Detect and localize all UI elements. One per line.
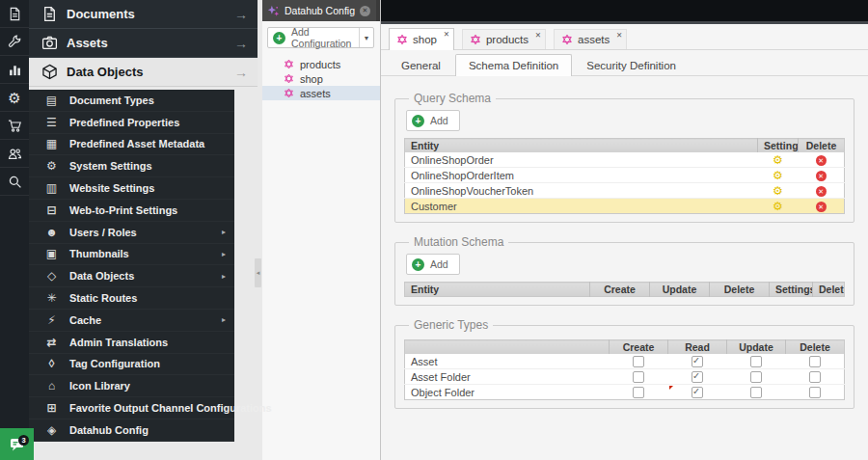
- create-checkbox[interactable]: [633, 356, 644, 367]
- menu-item-icon: ⚙: [44, 159, 59, 173]
- menu-item-admin-translations[interactable]: ⇄ Admin Translations: [29, 332, 234, 354]
- sidebar-settings-submenu: ▤ Document Types ☰ Predefined Properties…: [29, 90, 234, 442]
- column-header-settings[interactable]: Settings: [770, 283, 813, 297]
- menu-item-document-types[interactable]: ▤ Document Types: [29, 90, 234, 112]
- menu-item-website-settings[interactable]: ▥ Website Settings: [29, 177, 234, 200]
- create-checkbox[interactable]: [633, 387, 644, 398]
- menu-item-system-settings[interactable]: ⚙ System Settings: [29, 155, 234, 177]
- sidebar-item-assets[interactable]: Assets →: [29, 29, 258, 58]
- tab-shop[interactable]: shop ✕: [389, 28, 454, 50]
- delete-icon[interactable]: ✕: [816, 186, 827, 197]
- column-header-delete[interactable]: Delete: [799, 139, 845, 153]
- column-header-update[interactable]: Update: [650, 283, 710, 297]
- close-icon[interactable]: ✕: [616, 31, 622, 40]
- cart-icon[interactable]: [0, 112, 29, 140]
- users-icon[interactable]: [0, 140, 29, 168]
- delete-icon[interactable]: ✕: [816, 202, 827, 212]
- chevron-right-icon: ▸: [222, 250, 226, 258]
- dirty-flag: [669, 386, 673, 390]
- sidebar-item-label: Documents: [67, 7, 135, 21]
- menu-item-label: Tag Configuration: [69, 358, 160, 369]
- settings-gear-icon[interactable]: ⚙: [773, 153, 783, 167]
- menu-item-static-routes[interactable]: ✳ Static Routes: [29, 287, 234, 310]
- settings-gear-icon[interactable]: ⚙: [773, 169, 783, 182]
- menu-item-users-roles[interactable]: ☻ Users / Roles ▸: [29, 222, 234, 244]
- menu-item-predefined-asset-metadata[interactable]: ▦ Predefined Asset Metadata: [29, 134, 234, 156]
- menu-item-icon: ◈: [44, 423, 59, 437]
- column-header-create[interactable]: Create: [610, 340, 668, 355]
- column-header-create[interactable]: Create: [590, 283, 650, 297]
- menu-item-icon-library[interactable]: ⌂ Icon Library: [29, 375, 234, 397]
- sidebar-item-data-objects[interactable]: Data Objects →: [29, 58, 258, 87]
- panel-collapse-handle[interactable]: ◂: [255, 258, 261, 287]
- delete-icon[interactable]: ✕: [816, 171, 827, 181]
- column-header-delete[interactable]: Delete: [813, 283, 845, 297]
- tab-assets[interactable]: assets ✕: [554, 29, 627, 49]
- menu-item-web-to-print-settings[interactable]: ⊟ Web-to-Print Settings: [29, 200, 234, 222]
- settings-gear-icon[interactable]: ⚙: [773, 200, 783, 213]
- chart-icon[interactable]: [0, 56, 29, 84]
- table-row[interactable]: OnlineShopOrderItem ⚙ ✕: [405, 168, 845, 183]
- subtab-schema-definition[interactable]: Schema Definition: [455, 54, 572, 76]
- menu-item-data-objects[interactable]: ◇ Data Objects ▸: [29, 265, 234, 287]
- tree-item-shop[interactable]: shop: [262, 71, 380, 86]
- tree-item-products[interactable]: products: [262, 57, 380, 71]
- column-header-delete[interactable]: Delete: [710, 283, 770, 297]
- menu-item-predefined-properties[interactable]: ☰ Predefined Properties: [29, 112, 234, 134]
- update-checkbox[interactable]: [750, 387, 762, 398]
- menu-item-favorite-output-channel-configurations[interactable]: ⊞ Favorite Output Channel Configurations: [29, 397, 234, 419]
- gear-icon[interactable]: ⚙: [0, 84, 29, 112]
- wrench-icon[interactable]: [0, 28, 29, 56]
- chevron-down-icon[interactable]: ▼: [359, 28, 373, 47]
- subtab-general[interactable]: General: [389, 56, 453, 75]
- tab-products[interactable]: products ✕: [462, 29, 546, 49]
- menu-item-cache[interactable]: ⚡ Cache ▸: [29, 310, 234, 332]
- tab-datahub-config[interactable]: Datahub Config ✕: [262, 0, 376, 21]
- read-checkbox[interactable]: [692, 356, 703, 367]
- menu-item-tag-configuration[interactable]: ◊ Tag Configuration: [29, 354, 234, 376]
- datahub-panel: Datahub Config ✕ + Add Configuration ▼ p…: [262, 0, 381, 460]
- table-row[interactable]: Asset Folder: [405, 369, 845, 385]
- column-header-delete[interactable]: Delete: [786, 340, 845, 355]
- column-header-update[interactable]: Update: [727, 340, 786, 355]
- column-header-settings[interactable]: Settings: [758, 139, 799, 153]
- table-row[interactable]: Asset: [405, 354, 845, 369]
- main-edit-area: shop ✕ products ✕ assets ✕ General Schem…: [381, 0, 868, 460]
- table-row[interactable]: Customer ⚙ ✕: [405, 199, 845, 214]
- column-header-entity[interactable]: Entity: [405, 139, 758, 153]
- table-row[interactable]: OnlineShopOrder ⚙ ✕: [405, 152, 845, 168]
- menu-item-thumbnails[interactable]: ▣ Thumbnails ▸: [29, 244, 234, 266]
- column-header-entity[interactable]: Entity: [405, 283, 590, 297]
- delete-icon[interactable]: ✕: [816, 155, 827, 166]
- plus-icon: +: [273, 32, 285, 44]
- table-row[interactable]: Object Folder: [405, 385, 845, 400]
- update-checkbox[interactable]: [750, 371, 762, 383]
- add-configuration-button[interactable]: + Add Configuration ▼: [267, 27, 374, 48]
- delete-checkbox[interactable]: [809, 356, 821, 367]
- definition-subtabbar: General Schema Definition Security Defin…: [381, 50, 868, 76]
- create-checkbox[interactable]: [633, 371, 644, 383]
- document-icon[interactable]: [0, 0, 29, 28]
- close-icon[interactable]: ✕: [444, 30, 449, 39]
- menu-item-label: Cache: [69, 314, 101, 326]
- delete-checkbox[interactable]: [809, 387, 821, 398]
- delete-checkbox[interactable]: [809, 371, 821, 383]
- column-header-read[interactable]: Read: [668, 340, 727, 355]
- search-icon[interactable]: [0, 168, 29, 196]
- column-header-type[interactable]: [405, 340, 610, 355]
- close-icon[interactable]: ✕: [360, 6, 370, 16]
- table-row[interactable]: OnlineShopVoucherToken ⚙ ✕: [405, 183, 845, 199]
- cube-icon: [41, 64, 58, 80]
- read-checkbox[interactable]: [692, 387, 703, 398]
- chat-button[interactable]: 3: [0, 428, 34, 460]
- tree-item-assets[interactable]: assets: [262, 86, 380, 100]
- close-icon[interactable]: ✕: [535, 31, 541, 40]
- read-checkbox[interactable]: [692, 371, 703, 383]
- subtab-security-definition[interactable]: Security Definition: [574, 56, 689, 75]
- menu-item-datahub-config[interactable]: ◈ Datahub Config: [29, 419, 234, 442]
- query-schema-add-button[interactable]: + Add: [406, 110, 460, 131]
- sidebar-item-documents[interactable]: Documents →: [29, 0, 258, 29]
- update-checkbox[interactable]: [750, 356, 762, 367]
- mutation-schema-add-button[interactable]: + Add: [406, 254, 460, 275]
- settings-gear-icon[interactable]: ⚙: [773, 184, 783, 198]
